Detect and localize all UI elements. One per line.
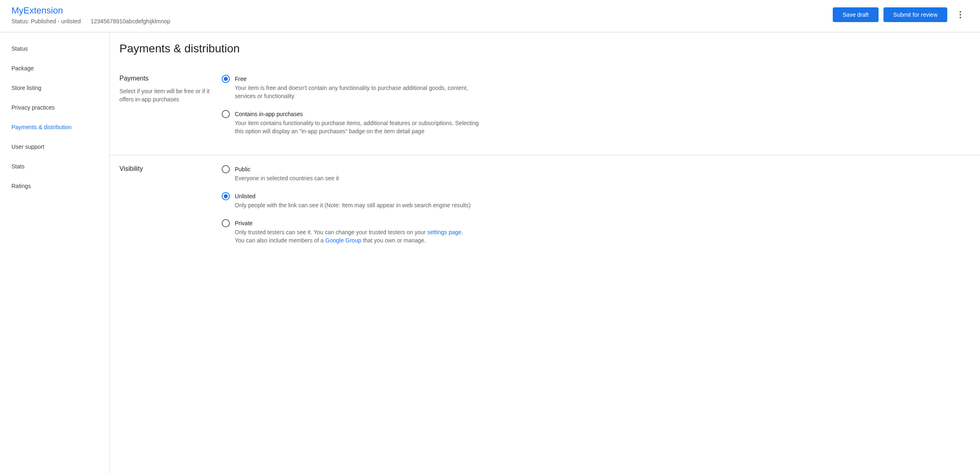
sidebar-item-ratings[interactable]: Ratings <box>0 176 109 196</box>
page-title: Payments & distribution <box>110 32 980 65</box>
payments-option-free[interactable]: Free Your item is free and doesn't conta… <box>222 75 488 100</box>
private-desc-p4: that you own or manage. <box>361 237 426 244</box>
radio-public-content: Public Everyone in selected countries ca… <box>235 165 488 182</box>
radio-public-desc: Everyone in selected countries can see i… <box>235 174 488 182</box>
visibility-option-public[interactable]: Public Everyone in selected countries ca… <box>222 165 488 182</box>
sidebar-item-store-listing[interactable]: Store listing <box>0 78 109 98</box>
radio-private-desc: Only trusted testers can see it. You can… <box>235 228 488 244</box>
radio-iap[interactable] <box>222 110 230 118</box>
radio-iap-content: Contains in-app purchases Your item cont… <box>235 110 488 135</box>
visibility-option-private[interactable]: Private Only trusted testers can see it.… <box>222 219 488 244</box>
visibility-title: Visibility <box>119 165 212 173</box>
settings-page-link[interactable]: settings page <box>427 229 461 235</box>
radio-free-content: Free Your item is free and doesn't conta… <box>235 75 488 100</box>
sidebar-item-user-support[interactable]: User support <box>0 137 109 157</box>
radio-unlisted[interactable] <box>222 192 230 200</box>
radio-private-label: Private <box>235 219 488 227</box>
radio-public-label: Public <box>235 165 488 173</box>
sidebar: Status Package Store listing Privacy pra… <box>0 32 110 474</box>
radio-unlisted-label: Unlisted <box>235 192 488 200</box>
status-text: Status: Published - unlisted <box>11 18 81 25</box>
payments-options: Free Your item is free and doesn't conta… <box>222 75 488 135</box>
radio-free[interactable] <box>222 75 230 83</box>
header-subline: Status: Published - unlisted 12345678910… <box>11 18 170 25</box>
header-actions: Save draft Submit for review <box>833 7 969 23</box>
page-header: MyExtension Status: Published - unlisted… <box>0 0 980 32</box>
main-content: Payments & distribution Payments Select … <box>110 32 980 474</box>
private-desc-p3: You can also include members of a <box>235 237 325 244</box>
save-draft-button[interactable]: Save draft <box>833 7 879 22</box>
radio-free-label: Free <box>235 75 488 83</box>
sidebar-item-status[interactable]: Status <box>0 39 109 58</box>
header-left: MyExtension Status: Published - unlisted… <box>11 5 170 25</box>
google-group-link[interactable]: Google Group <box>325 237 361 244</box>
radio-public[interactable] <box>222 165 230 173</box>
visibility-section: Visibility Public Everyone in selected c… <box>110 155 980 264</box>
payments-section-header: Payments Select if your item will be fre… <box>119 75 222 135</box>
private-desc-p2: . <box>461 229 463 235</box>
payments-section: Payments Select if your item will be fre… <box>110 65 980 155</box>
radio-unlisted-desc: Only people with the link can see it (No… <box>235 201 488 209</box>
sidebar-item-payments-distribution[interactable]: Payments & distribution <box>0 117 109 137</box>
payments-title: Payments <box>119 75 212 82</box>
payments-option-iap[interactable]: Contains in-app purchases Your item cont… <box>222 110 488 135</box>
radio-iap-desc: Your item contains functionality to purc… <box>235 119 488 135</box>
more-options-button[interactable] <box>952 7 969 23</box>
sidebar-item-privacy-practices[interactable]: Privacy practices <box>0 98 109 117</box>
private-desc-p1: Only trusted testers can see it. You can… <box>235 229 427 235</box>
app-title[interactable]: MyExtension <box>11 5 170 16</box>
radio-private[interactable] <box>222 219 230 227</box>
radio-free-desc: Your item is free and doesn't contain an… <box>235 84 488 100</box>
sidebar-item-package[interactable]: Package <box>0 58 109 78</box>
payments-desc: Select if your item will be free or if i… <box>119 87 212 103</box>
visibility-option-unlisted[interactable]: Unlisted Only people with the link can s… <box>222 192 488 209</box>
radio-unlisted-content: Unlisted Only people with the link can s… <box>235 192 488 209</box>
main-layout: Status Package Store listing Privacy pra… <box>0 32 980 474</box>
radio-private-content: Private Only trusted testers can see it.… <box>235 219 488 244</box>
visibility-options: Public Everyone in selected countries ca… <box>222 165 488 244</box>
more-vert-icon <box>960 11 961 18</box>
item-id: 12345678910abcdefghijklmnop <box>91 18 171 25</box>
radio-iap-label: Contains in-app purchases <box>235 110 488 118</box>
visibility-section-header: Visibility <box>119 165 222 244</box>
submit-for-review-button[interactable]: Submit for review <box>883 7 947 22</box>
sidebar-item-stats[interactable]: Stats <box>0 157 109 176</box>
